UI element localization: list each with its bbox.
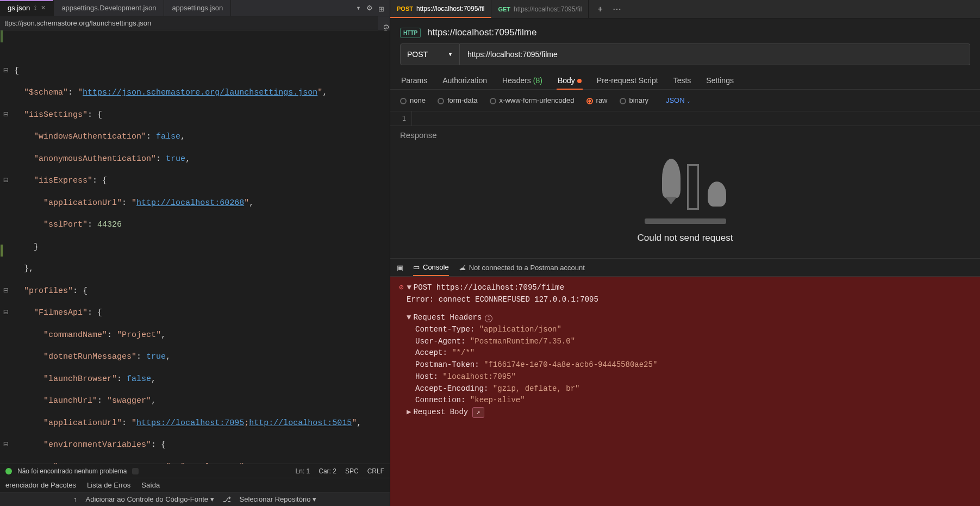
plus-icon[interactable]: ⊞ [378,5,384,13]
tab-package-manager[interactable]: erenciador de Pacotes [5,481,76,489]
chevron-down-icon: ▼ [448,52,453,57]
method-badge: POST [397,5,413,12]
vs-status-bar: Não foi encontrado nenhum problema Ln: 1… [0,464,390,478]
gear-icon[interactable]: ⚙ [366,4,373,12]
tab-prerequest[interactable]: Pre-request Script [596,72,659,89]
tab-body-label: Body [558,76,575,85]
pm-body-editor[interactable]: 1 [390,111,980,126]
tab-params[interactable]: Params [400,72,428,89]
method-badge: GET [498,6,510,13]
header-value: "gzip, deflate, br" [493,384,580,393]
url-input[interactable]: https://localhost:7095/filme [460,43,970,65]
vs-breadcrumb[interactable]: ttps://json.schemastore.org/launchsettin… [0,16,390,30]
radio-form-data[interactable]: form-data [438,96,478,104]
vs-tab-launchsettings[interactable]: gs.json ⟟ ✕ [0,0,54,16]
json-key: applicationUrl [48,418,117,428]
console-icon: ▭ [413,263,420,271]
header-key: Accept-Encoding: [415,384,488,393]
more-icon[interactable]: ⋯ [613,4,621,14]
pm-tab-label: https://localhost:7095/fil [514,5,582,13]
rocket-illustration [645,159,726,224]
request-title-text[interactable]: https://localhost:7095/filme [427,27,536,38]
vs-tab-appsettings[interactable]: appsettings.json [164,0,231,16]
status-detail-icon[interactable] [132,468,139,474]
json-link[interactable]: http://localhost:5015 [249,418,352,428]
cloud-status[interactable]: ☁̸ Not connected to a Postman account [459,264,585,272]
tab-output[interactable]: Saída [141,481,160,489]
url-value: https://localhost:7095/filme [467,50,558,59]
close-icon[interactable]: ✕ [41,4,46,11]
console-error-line: Error: connect ECONNREFUSED 127.0.0.1:70… [407,294,971,306]
tab-error-list[interactable]: Lista de Erros [87,481,130,489]
json-link[interactable]: https://localhost:7095 [136,418,244,428]
indent-mode[interactable]: SPC [345,467,359,475]
console-request-line: POST https://localhost:7095/filme [414,283,564,292]
header-key: Accept: [415,348,447,357]
json-key: applicationUrl [48,198,117,208]
caret-down-icon[interactable]: ▼ [407,283,411,292]
response-panel: Could not send request [390,144,980,258]
json-link[interactable]: https://json.schemastore.org/launchsetti… [83,88,317,97]
header-key: User-Agent: [415,337,465,346]
panel-toggle-icon[interactable]: ▣ [397,264,403,272]
json-bool: false [156,132,180,141]
open-body-icon[interactable]: ↗ [472,407,484,418]
response-error-msg: Could not send request [638,233,733,243]
vs-code-editor[interactable]: ⊟{ "$schema": "https://json.schemastore.… [0,30,390,464]
json-key: iisExpress [39,176,88,185]
select-repo-button[interactable]: Selecionar Repositório ▾ [240,495,316,503]
pm-tab-post[interactable]: POST https://localhost:7095/fil [390,0,491,18]
method-select[interactable]: POST ▼ [400,43,460,65]
radio-xwww[interactable]: x-www-form-urlencoded [490,96,575,104]
pm-body-options: none form-data x-www-form-urlencoded raw… [390,90,980,111]
pm-tab-bar: POST https://localhost:7095/fil GET http… [390,0,980,18]
pm-bottom-tabs: ▣ ▭ Console ☁̸ Not connected to a Postma… [390,258,980,277]
tab-headers[interactable]: Headers (8) [501,72,544,89]
line-number: 1 [390,111,412,126]
tab-headers-label: Headers [502,76,531,85]
visual-studio-pane: gs.json ⟟ ✕ appsettings.Development.json… [0,0,390,506]
json-bool: true [166,154,185,164]
pm-console-output[interactable]: ⊘▼POST https://localhost:7095/filme Erro… [390,277,980,506]
tab-body[interactable]: Body [557,72,583,89]
source-control-button[interactable]: Adicionar ao Controle do Código-Fonte ▾ [86,495,214,503]
header-value: "keep-alive" [470,396,525,404]
arrow-up-icon: ↑ [73,495,77,503]
header-value: "localhost:7095" [442,372,515,381]
pm-request-tabs: Params Authorization Headers (8) Body Pr… [390,72,980,90]
vs-bottom-panel-tabs: erenciador de Pacotes Lista de Erros Saí… [0,478,390,492]
body-format-select[interactable]: JSON ⌄ [666,96,691,104]
line-ending[interactable]: CRLF [367,467,384,475]
vs-tab-appsettings-dev[interactable]: appsettings.Development.json [54,0,164,16]
tab-authorization[interactable]: Authorization [441,72,488,89]
request-headers-label: Request Headers [413,313,482,322]
chevron-down-icon: ⌄ [686,98,691,104]
json-key: sslPort [48,220,83,229]
status-ok-icon [5,468,12,474]
json-number: 44326 [97,220,122,229]
json-key: dotnetRunMessages [48,352,132,361]
response-label: Response [390,126,980,144]
tab-settings[interactable]: Settings [705,72,735,89]
radio-none[interactable]: none [400,96,426,104]
header-key: Postman-Token: [415,360,479,369]
json-string: Development [185,463,239,464]
caret-right-icon[interactable]: ▶ [407,408,411,416]
json-bool: false [127,374,151,384]
tab-console[interactable]: ▭ Console [413,259,449,276]
tab-tests[interactable]: Tests [672,72,692,89]
new-tab-icon[interactable]: + [597,4,602,14]
status-message: Não foi encontrado nenhum problema [17,467,127,475]
caret-down-icon[interactable]: ▼ [407,313,411,322]
tab-overflow-icon[interactable]: ▼ [356,5,361,11]
json-key: launchBrowser [48,374,112,384]
info-icon[interactable]: i [485,315,492,322]
cursor-line[interactable]: Ln: 1 [296,467,310,475]
pin-icon[interactable]: ⟟ [34,4,36,11]
json-link[interactable]: http://localhost:60268 [136,198,244,208]
radio-binary[interactable]: binary [620,96,648,104]
editor-content[interactable] [412,111,416,126]
cursor-col[interactable]: Car: 2 [319,467,336,475]
pm-tab-get[interactable]: GET https://localhost:7095/fil [491,0,589,18]
radio-raw[interactable]: raw [586,96,608,104]
